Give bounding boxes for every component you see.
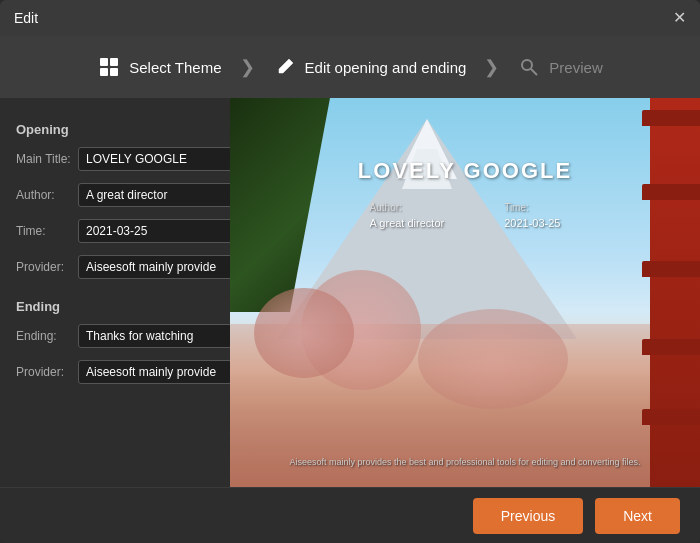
svg-rect-0 bbox=[100, 58, 108, 66]
time-label: Time: bbox=[16, 224, 78, 238]
toolbar-step2[interactable]: Edit opening and ending bbox=[261, 55, 479, 79]
main-content: Opening Main Title: Author: Time: Provid… bbox=[0, 98, 700, 487]
edit-icon bbox=[273, 55, 297, 79]
svg-point-4 bbox=[522, 60, 532, 70]
window-title: Edit bbox=[14, 10, 38, 26]
svg-rect-2 bbox=[100, 68, 108, 76]
provider-row: Provider: bbox=[16, 255, 214, 279]
toolbar: Select Theme ❯ Edit opening and ending ❯… bbox=[0, 36, 700, 98]
step2-label: Edit opening and ending bbox=[305, 59, 467, 76]
preview-meta: Author: A great director Time: 2021-03-2… bbox=[370, 202, 561, 229]
edit-window: Edit ✕ Select Theme ❯ Edit opening a bbox=[0, 0, 700, 543]
author-input[interactable] bbox=[78, 183, 244, 207]
footer: Previous Next bbox=[0, 487, 700, 543]
main-title-input[interactable] bbox=[78, 147, 244, 171]
step1-label: Select Theme bbox=[129, 59, 221, 76]
preview-area: LOVELY GOOGLE Author: A great director T… bbox=[230, 98, 700, 487]
search-icon bbox=[517, 55, 541, 79]
time-input[interactable] bbox=[78, 219, 244, 243]
ending-provider-row: Provider: bbox=[16, 360, 214, 384]
preview-title: LOVELY GOOGLE bbox=[358, 158, 572, 184]
ending-provider-input[interactable] bbox=[78, 360, 244, 384]
ending-row: Ending: bbox=[16, 324, 214, 348]
svg-rect-1 bbox=[110, 58, 118, 66]
author-row: Author: bbox=[16, 183, 214, 207]
ending-section-label: Ending bbox=[16, 299, 214, 314]
svg-rect-3 bbox=[110, 68, 118, 76]
ending-provider-label: Provider: bbox=[16, 365, 78, 379]
grid-icon bbox=[97, 55, 121, 79]
separator-1: ❯ bbox=[240, 56, 255, 78]
toolbar-step1[interactable]: Select Theme bbox=[85, 55, 233, 79]
ending-label: Ending: bbox=[16, 329, 78, 343]
main-title-row: Main Title: bbox=[16, 147, 214, 171]
time-col: Time: 2021-03-25 bbox=[504, 202, 560, 229]
time-row: Time: bbox=[16, 219, 214, 243]
titlebar: Edit ✕ bbox=[0, 0, 700, 36]
main-title-label: Main Title: bbox=[16, 152, 78, 166]
provider-label: Provider: bbox=[16, 260, 78, 274]
author-col: Author: A great director bbox=[370, 202, 445, 229]
previous-button[interactable]: Previous bbox=[473, 498, 583, 534]
close-button[interactable]: ✕ bbox=[673, 10, 686, 26]
opening-section-label: Opening bbox=[16, 122, 214, 137]
preview-time-key: Time: bbox=[504, 202, 560, 213]
preview-author-value: A great director bbox=[370, 217, 445, 229]
author-label: Author: bbox=[16, 188, 78, 202]
ending-input[interactable] bbox=[78, 324, 244, 348]
svg-line-5 bbox=[531, 69, 537, 75]
step3-label: Preview bbox=[549, 59, 602, 76]
separator-2: ❯ bbox=[484, 56, 499, 78]
preview-author-key: Author: bbox=[370, 202, 445, 213]
next-button[interactable]: Next bbox=[595, 498, 680, 534]
preview-bottom-text: Aiseesoft mainly provides the best and p… bbox=[230, 457, 700, 467]
preview-overlay: LOVELY GOOGLE Author: A great director T… bbox=[230, 98, 700, 487]
preview-image: LOVELY GOOGLE Author: A great director T… bbox=[230, 98, 700, 487]
preview-time-value: 2021-03-25 bbox=[504, 217, 560, 229]
sidebar: Opening Main Title: Author: Time: Provid… bbox=[0, 98, 230, 487]
toolbar-step3[interactable]: Preview bbox=[505, 55, 614, 79]
provider-input[interactable] bbox=[78, 255, 244, 279]
